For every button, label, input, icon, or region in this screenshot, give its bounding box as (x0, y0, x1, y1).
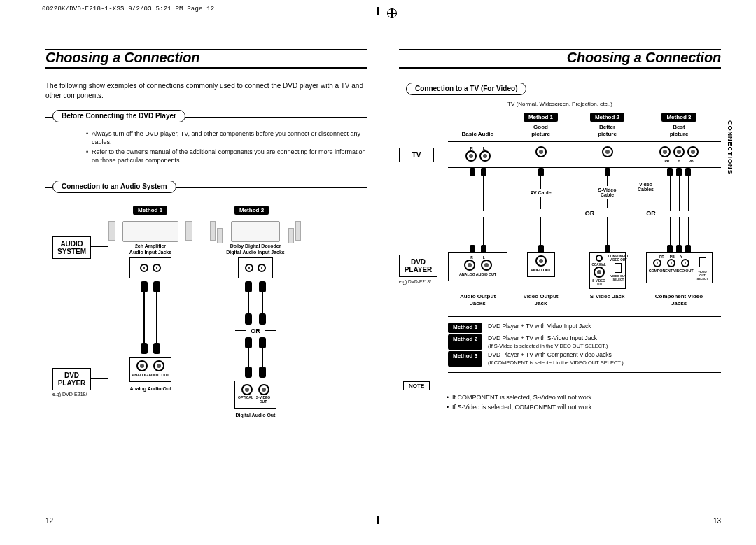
decoder-icon (231, 221, 280, 242)
decoder-caption: Dolby Digital Decoder (210, 243, 301, 248)
method1-tag: Method 1 (133, 206, 167, 215)
eg-model: e.g) DVD-E218/ (52, 392, 87, 397)
method3-tag: Method 3 (448, 351, 482, 367)
tv-label: TV (399, 148, 434, 162)
method1-desc: DVD Player + TV with Video Input Jack (488, 323, 591, 332)
component-jacks-label: Component Video Jacks (640, 293, 718, 306)
method3-desc: DVD Player + TV with Component Video Jac… (488, 351, 612, 358)
method2-desc: DVD Player + TV with S-Video Input Jack (488, 334, 597, 341)
section-heading-line: Connection to a TV (For Video) (399, 81, 721, 98)
page-number: 12 (46, 517, 53, 525)
print-header: 00228K/DVD-E218-1-XSS 9/2/03 5:21 PM Pag… (42, 6, 214, 13)
method-descriptions: Method 1 DVD Player + TV with Video Inpu… (448, 316, 721, 373)
tv-types-text: TV (Normal, Widescreen, Projection, etc.… (399, 101, 721, 107)
audio-input-jacks-caption: Audio Input Jacks (108, 250, 192, 255)
section-pill-tv: Connection to a TV (For Video) (406, 83, 526, 95)
analog-audio-out-caption: Analog Audio Out (108, 386, 192, 391)
amplifier-icon (122, 221, 178, 242)
method1-tag: Method 1 (448, 323, 482, 332)
y-label: Y (678, 159, 680, 163)
video-diagram: Basic Audio Method 1 Good picture Method… (399, 113, 721, 306)
dvd-player-label: DVD PLAYER (52, 368, 91, 390)
video-cables-label: Video Cables (638, 182, 654, 192)
audio-input-jacks-icon (130, 257, 172, 278)
analog-audio-out-panel: RL ANALOG AUDIO OUT (448, 252, 507, 281)
svideo-out-panel: COAXIAL S-VIDEO OUT COMPONENT VIDEO OUT … (589, 252, 626, 289)
good-picture-header: Good picture (507, 124, 574, 137)
method2-tag: Method 2 (448, 334, 482, 350)
section-heading-line: Before Connecting the DVD Player (46, 108, 368, 125)
section-pill-audio: Connection to an Audio System (52, 181, 176, 193)
bullet-item: Always turn off the DVD player, TV, and … (86, 129, 368, 146)
rule-thick (46, 67, 368, 69)
panel-caption: S-VIDEO OUT (253, 395, 273, 404)
basic-audio-header: Basic Audio (448, 131, 507, 138)
dvd-player-label: DVD PLAYER (399, 255, 438, 277)
best-picture-header: Best picture (640, 124, 718, 137)
jack-icon (659, 146, 671, 157)
page-title: Choosing a Connection (399, 50, 721, 66)
digital-input-jacks-icon (238, 257, 273, 278)
pr-label: PR (664, 159, 669, 163)
eg-model: e.g) DVD-E218/ (399, 279, 445, 284)
video-out-panel: VIDEO OUT (527, 252, 555, 277)
method2-desc-sub: (If S-Video is selected in the VIDEO OUT… (488, 343, 608, 349)
video-output-jack-label: Video Output Jack (507, 293, 574, 306)
better-picture-header: Better picture (574, 124, 640, 137)
crop-cross (387, 8, 397, 18)
method3-desc-sub: (If COMPONENT is selected in the VIDEO O… (488, 360, 624, 366)
svideo-jack-label: S-Video Jack (574, 293, 640, 300)
audio-diagram: Method 1 Method 2 AUDIO SYSTEM 2ch Ampli… (46, 200, 368, 417)
or-label: OR (251, 327, 260, 334)
component-out-panel: PRPBY COMPONENT VIDEO OUT VIDEO OUT SELE… (646, 252, 713, 283)
jack-icon (602, 146, 613, 157)
method2-tag: Method 2 (590, 113, 624, 122)
page-title: Choosing a Connection (46, 50, 368, 66)
digital-audio-out-caption: Digital Audio Out (210, 413, 301, 418)
page-right: Choosing a Connection CONNECTIONS Connec… (392, 35, 728, 525)
panel-caption: ANALOG AUDIO OUT (132, 373, 169, 377)
note-tag: NOTE (403, 381, 430, 390)
panel-caption: OPTICAL (238, 395, 253, 404)
digital-out-panel: OPTICAL S-VIDEO OUT (234, 381, 276, 409)
analog-audio-out-panel: ANALOG AUDIO OUT (130, 357, 172, 382)
jack-icon (479, 150, 491, 162)
page-number: 13 (713, 517, 721, 525)
jack-icon (536, 146, 547, 157)
crop-mark (377, 7, 379, 15)
jack-icon (465, 150, 477, 162)
page-left: Choosing a Connection The following show… (38, 35, 374, 525)
bullet-list-before: Always turn off the DVD player, TV, and … (58, 129, 368, 165)
bullet-item: Refer to the owner's manual of the addit… (86, 148, 368, 164)
svideo-cable-label: S-Video Cable (574, 187, 640, 197)
note-item: If COMPONENT is selected, S-Video will n… (447, 393, 721, 402)
section-heading-line: Connection to an Audio System (46, 179, 368, 196)
method3-tag: Method 3 (662, 113, 696, 122)
pb-label: PB (689, 159, 694, 163)
av-cable-label: AV Cable (507, 190, 574, 195)
or-label: OR (585, 210, 595, 217)
jack-icon (687, 146, 699, 157)
method1-tag: Method 1 (524, 113, 558, 122)
jack-icon (673, 146, 685, 157)
side-tab-connections: CONNECTIONS (727, 119, 734, 176)
audio-output-jacks-label: Audio Output Jacks (448, 293, 507, 306)
amplifier-caption: 2ch Amplifier (108, 243, 192, 248)
crop-mark (377, 516, 379, 524)
intro-text: The following show examples of connectio… (46, 81, 368, 100)
note-item: If S-Video is selected, COMPONENT will n… (447, 403, 721, 411)
audio-system-label: AUDIO SYSTEM (52, 236, 91, 259)
method2-tag: Method 2 (234, 206, 269, 215)
section-pill-before: Before Connecting the DVD Player (52, 110, 186, 122)
digital-input-jacks-caption: Digital Audio Input Jacks (210, 250, 301, 255)
